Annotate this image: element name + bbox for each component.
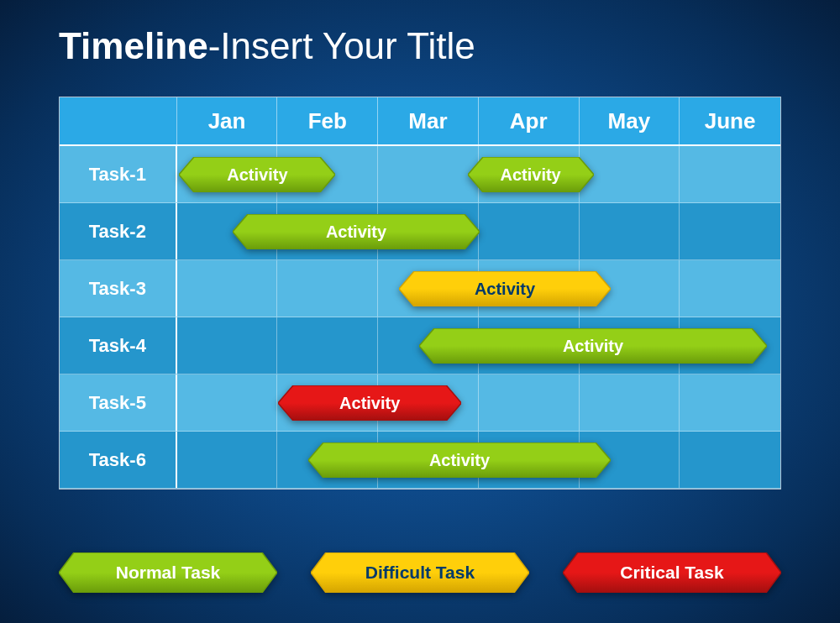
table-row: Task-2	[60, 203, 780, 260]
legend-label: Difficult Task	[365, 563, 475, 583]
grid-cell	[277, 260, 378, 317]
header-month: Feb	[277, 97, 378, 144]
task-label: Task-3	[60, 260, 177, 317]
legend-label: Normal Task	[116, 563, 221, 583]
header-month: Jan	[177, 97, 278, 144]
grid-cell	[580, 374, 680, 431]
table-row: Task-5	[60, 374, 780, 432]
grid-cell	[680, 374, 780, 431]
grid-cell	[177, 432, 278, 488]
grid-cell	[580, 317, 680, 374]
grid-cell	[479, 260, 580, 317]
grid-cell	[479, 374, 580, 431]
grid-cell	[479, 432, 580, 488]
table-row: Task-4	[60, 317, 780, 374]
legend-item-difficult: Difficult Task	[311, 552, 529, 593]
header-month: May	[580, 97, 680, 144]
legend-item-critical: Critical Task	[563, 552, 781, 593]
grid-cell	[680, 317, 780, 374]
grid-cell	[277, 317, 378, 374]
grid-cell	[378, 203, 479, 259]
grid-cell	[177, 317, 278, 374]
grid-cell	[277, 432, 378, 488]
legend-item-normal: Normal Task	[59, 552, 277, 593]
grid-cell	[177, 146, 278, 202]
legend: Normal Task Difficult Task Critical Task	[59, 552, 781, 593]
grid-cell	[177, 374, 278, 431]
grid-cell	[177, 203, 278, 259]
title-bold: Timeline	[59, 25, 208, 66]
grid-cell	[177, 260, 278, 317]
grid-cell	[580, 146, 680, 202]
header-blank	[60, 97, 177, 144]
grid-cell	[378, 317, 479, 374]
grid-cell	[680, 432, 780, 488]
table-row: Task-3	[60, 260, 780, 317]
header-month: June	[680, 97, 780, 144]
grid-cell	[378, 374, 479, 431]
grid-cell	[479, 203, 580, 259]
header-month: Mar	[378, 97, 479, 144]
grid-cell	[378, 146, 479, 202]
grid-cell	[277, 146, 378, 202]
grid-cell	[277, 203, 378, 259]
task-label: Task-1	[60, 146, 177, 202]
grid-cell	[479, 317, 580, 374]
grid-cell	[680, 203, 780, 259]
table-row: Task-6	[60, 432, 780, 489]
task-label: Task-4	[60, 317, 177, 374]
grid-cell	[378, 432, 479, 488]
grid-cell	[580, 432, 680, 488]
table-header-row: Jan Feb Mar Apr May June	[60, 97, 780, 146]
grid-cell	[680, 260, 780, 317]
task-label: Task-5	[60, 374, 177, 431]
slide-title: Timeline-Insert Your Title	[59, 25, 475, 67]
title-rest: -Insert Your Title	[208, 25, 475, 66]
task-label: Task-2	[60, 203, 177, 259]
table-row: Task-1	[60, 146, 780, 203]
table-body: Task-1 Task-2 Task-3 Task-4 Task-5 Task-…	[60, 146, 780, 489]
header-month: Apr	[479, 97, 580, 144]
gantt-table: Jan Feb Mar Apr May June Task-1 Task-2 T…	[59, 97, 781, 490]
grid-cell	[479, 146, 580, 202]
grid-cell	[580, 260, 680, 317]
legend-label: Critical Task	[620, 563, 723, 583]
grid-cell	[580, 203, 680, 259]
grid-cell	[378, 260, 479, 317]
grid-cell	[277, 374, 378, 431]
grid-cell	[680, 146, 780, 202]
task-label: Task-6	[60, 432, 177, 488]
